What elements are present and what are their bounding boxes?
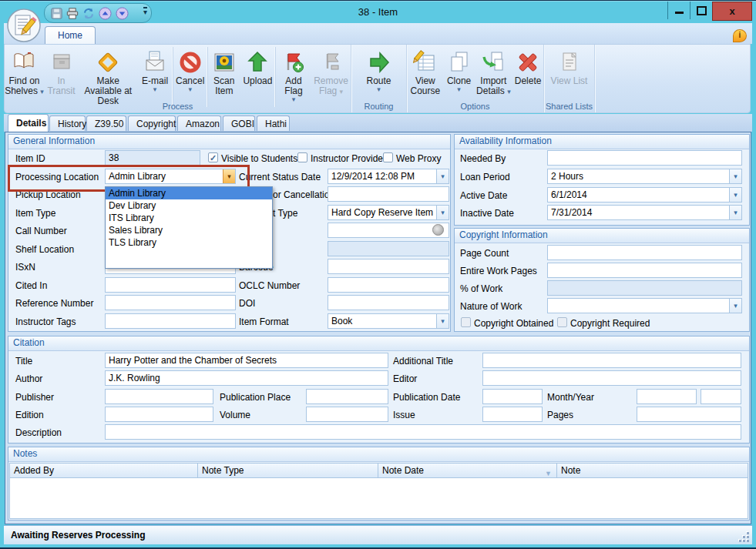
add-flag-icon <box>281 49 306 76</box>
page-count-field[interactable] <box>547 245 742 260</box>
publisher-field[interactable] <box>105 389 213 404</box>
active-date-combo[interactable]: 6/1/2014 ▾ <box>547 187 742 203</box>
loan-period-combo[interactable]: 2 Hours ▾ <box>547 169 742 184</box>
item-format-combo[interactable]: Book ▾ <box>328 313 449 329</box>
web-proxy-checkbox[interactable] <box>383 152 393 162</box>
year-field[interactable] <box>701 389 741 404</box>
processing-location-combo[interactable]: Admin Library ▾ <box>105 169 236 184</box>
needed-by-field[interactable] <box>547 150 742 166</box>
route-button[interactable]: Route ▾ <box>360 47 398 107</box>
additional-title-field[interactable] <box>482 353 741 368</box>
resize-grip[interactable] <box>738 531 749 542</box>
reference-number-field[interactable] <box>105 295 236 310</box>
url-field[interactable] <box>328 223 449 238</box>
make-available-at-desk-button[interactable]: Make Available at Desk <box>79 47 137 107</box>
pages-field[interactable] <box>637 407 741 422</box>
title-field[interactable]: Harry Potter and the Chamber of Secrets <box>105 353 388 368</box>
cancellation-field[interactable] <box>328 186 449 202</box>
instructor-provided-checkbox[interactable] <box>297 152 307 162</box>
dropdown-item[interactable]: Sales Library <box>106 224 272 236</box>
find-on-shelves-button[interactable]: Find on Shelves ▾ <box>5 47 44 107</box>
page-count-label: Page Count <box>460 248 509 259</box>
combo-arrow-icon[interactable]: ▾ <box>729 299 741 313</box>
combo-arrow-icon[interactable]: ▾ <box>436 206 449 219</box>
tab-amazon[interactable]: Amazon <box>177 115 221 131</box>
add-flag-button[interactable]: Add Flag ▾ <box>275 47 311 107</box>
nature-of-work-combo[interactable]: ▾ <box>547 298 742 313</box>
editor-field[interactable] <box>482 370 741 386</box>
author-label: Author <box>15 373 42 384</box>
copyright-obtained-checkbox[interactable] <box>461 317 471 327</box>
clone-button[interactable]: Clone ▾ <box>444 47 475 107</box>
combo-arrow-icon[interactable]: ▾ <box>729 169 741 183</box>
copyright-required-checkbox[interactable] <box>557 317 567 327</box>
tab-gobi[interactable]: GOBI <box>223 115 255 131</box>
issue-field[interactable] <box>482 407 543 422</box>
app-window: ▾ 38 - Item x Home i Find on Shelves ▾ <box>0 0 756 549</box>
globe-button-icon[interactable] <box>432 224 444 236</box>
dropdown-arrow-icon: ▾ <box>377 86 381 93</box>
upload-button[interactable]: Upload <box>240 47 275 107</box>
call-number-label: Call Number <box>15 226 67 236</box>
import-details-button[interactable]: Import Details ▾ <box>475 47 513 107</box>
notes-column-note-type[interactable]: Note Type <box>197 463 378 478</box>
instructor-tags-field[interactable] <box>105 313 236 329</box>
help-icon[interactable]: i <box>733 29 747 42</box>
dropdown-arrow-icon: ▾ <box>188 86 192 93</box>
email-button[interactable]: E-mail ▾ <box>138 47 173 107</box>
notes-table-body[interactable] <box>9 477 748 519</box>
ribbon-tab-home[interactable]: Home <box>45 26 96 45</box>
notes-column-note-date[interactable]: Note Date ▼ <box>378 463 557 478</box>
publication-date-field[interactable] <box>482 389 543 404</box>
entire-work-pages-field[interactable] <box>547 263 742 278</box>
cancellation-label-fragment: or Cancellation <box>273 189 334 200</box>
combo-arrow-icon[interactable]: ▾ <box>729 206 741 219</box>
description-field[interactable] <box>105 424 741 440</box>
visible-to-students-checkbox[interactable]: ✓ <box>208 152 218 162</box>
tab-z3950[interactable]: Z39.50 <box>86 115 126 131</box>
dropdown-item-selected[interactable]: Admin Library <box>106 187 272 199</box>
instructor-tags-label: Instructor Tags <box>15 316 76 327</box>
list-document-icon <box>557 49 582 76</box>
document-type-combo[interactable]: Hard Copy Reserve Item ▾ <box>328 205 449 220</box>
app-icon[interactable] <box>7 8 41 45</box>
notes-column-added-by[interactable]: Added By <box>9 463 198 478</box>
publication-place-field[interactable] <box>306 389 388 404</box>
current-status-date-combo[interactable]: 12/9/2014 12:08 PM ▾ <box>328 169 449 184</box>
month-field[interactable] <box>637 389 697 404</box>
book-icon <box>12 49 36 76</box>
tab-details[interactable]: Details <box>8 114 49 132</box>
tab-hathi[interactable]: Hathi <box>257 115 290 131</box>
close-button[interactable]: x <box>712 2 752 21</box>
combo-arrow-icon[interactable]: ▾ <box>223 169 235 183</box>
scan-item-button[interactable]: Scan Item <box>207 47 240 107</box>
tab-history[interactable]: History <box>49 115 86 131</box>
delete-button[interactable]: Delete <box>512 47 543 107</box>
dropdown-item[interactable]: ITS Library <box>106 212 272 224</box>
maximize-button[interactable] <box>690 2 712 19</box>
copyright-header: Copyright Information <box>455 229 749 243</box>
active-date-label: Active Date <box>460 190 507 201</box>
cancel-button[interactable]: Cancel ▾ <box>173 47 207 107</box>
combo-arrow-icon[interactable]: ▾ <box>729 188 741 202</box>
barcode-field[interactable] <box>328 259 449 274</box>
combo-arrow-icon[interactable]: ▾ <box>436 314 449 328</box>
oclc-number-field[interactable] <box>328 277 449 293</box>
cited-in-field[interactable] <box>105 277 236 293</box>
doi-field[interactable] <box>328 295 449 310</box>
dropdown-item[interactable]: Dev Library <box>106 199 272 212</box>
loan-period-label: Loan Period <box>460 172 510 182</box>
edition-field[interactable] <box>105 407 213 422</box>
combo-arrow-icon[interactable]: ▾ <box>436 169 449 183</box>
minimize-button[interactable] <box>667 2 690 19</box>
tab-copyright[interactable]: Copyright <box>128 115 176 131</box>
red-x-icon <box>516 49 540 76</box>
notes-column-note[interactable]: Note <box>556 463 748 478</box>
inactive-date-combo[interactable]: 7/31/2014 ▾ <box>547 205 742 220</box>
title-label: Title <box>15 356 32 367</box>
author-field[interactable]: J.K. Rowling <box>105 370 388 386</box>
volume-field[interactable] <box>306 407 388 422</box>
view-course-button[interactable]: View Course <box>407 47 444 107</box>
processing-location-dropdown: Admin Library Dev Library ITS Library Sa… <box>105 186 273 269</box>
dropdown-item[interactable]: TLS Library <box>106 236 272 249</box>
